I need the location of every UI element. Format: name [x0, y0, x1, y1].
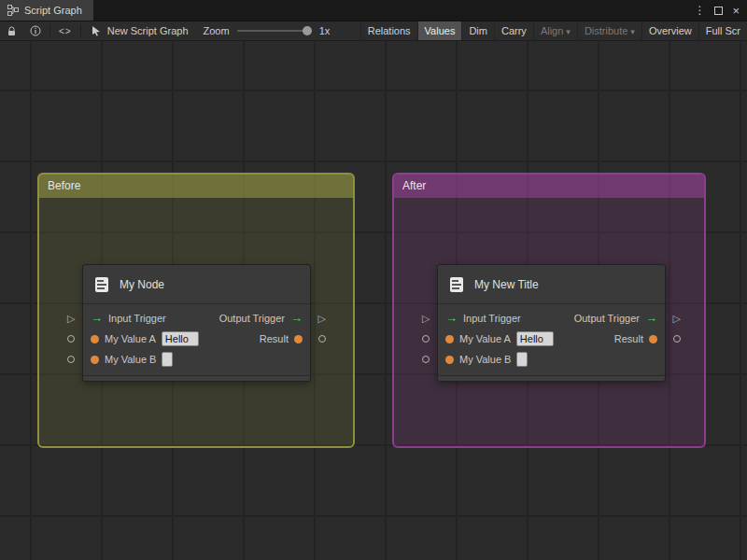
overview-button[interactable]: Overview [641, 21, 698, 40]
info-button[interactable] [23, 21, 48, 40]
value-b-port[interactable] [67, 356, 75, 363]
node-icon [92, 275, 111, 294]
value-a-label: My Value A [459, 333, 511, 344]
trigger-in-icon[interactable]: → [91, 313, 103, 324]
value-b-label: My Value B [459, 354, 511, 365]
code-view-button[interactable]: <> [52, 21, 78, 40]
group-before-header[interactable]: Before [39, 175, 353, 198]
relations-button[interactable]: Relations [360, 21, 417, 40]
trigger-row: → Input Trigger Output Trigger → [438, 308, 665, 329]
window-menu-icon[interactable]: ⋮ [694, 4, 705, 17]
toolbar-separator [80, 24, 81, 37]
zoom-slider-knob[interactable] [303, 26, 312, 35]
zoom-slider[interactable] [237, 21, 312, 41]
node-header[interactable]: My Node [83, 265, 310, 304]
group-after-header[interactable]: After [394, 175, 704, 198]
value-a-port[interactable] [422, 335, 430, 343]
graph-pointer-icon [91, 25, 102, 36]
value-b-input[interactable] [516, 352, 528, 367]
node-body-container[interactable]: My Node → Input Trigger Output Trigger → [82, 264, 311, 382]
node-my-new-title[interactable]: ▷ ▷ My New Title → [437, 264, 666, 382]
carry-button[interactable]: Carry [494, 21, 533, 40]
node-title: My Node [120, 278, 164, 291]
value-a-dot-icon[interactable] [91, 335, 99, 343]
info-icon [30, 25, 41, 36]
input-trigger-label: Input Trigger [108, 313, 166, 324]
zoom-control: Zoom 1x [196, 21, 338, 40]
tab-script-graph[interactable]: Script Graph [0, 0, 93, 21]
value-a-row: My Value A Result [438, 329, 665, 349]
input-trigger-label: Input Trigger [463, 313, 521, 324]
result-dot-icon[interactable] [649, 335, 657, 343]
value-b-dot-icon[interactable] [445, 356, 454, 364]
input-trigger-port[interactable]: ▷ [67, 313, 75, 324]
value-a-input[interactable] [162, 331, 199, 346]
distribute-button: Distribute ▾ [577, 21, 641, 40]
close-icon[interactable]: × [732, 4, 740, 18]
chevron-down-icon: ▾ [630, 27, 635, 36]
output-trigger-label: Output Trigger [574, 313, 640, 324]
chevron-down-icon: ▾ [566, 27, 571, 36]
zoom-slider-track[interactable] [237, 30, 312, 32]
value-a-dot-icon[interactable] [445, 335, 454, 343]
node-body-container[interactable]: My New Title → Input Trigger Output Trig… [437, 264, 666, 382]
node-header[interactable]: My New Title [438, 265, 665, 304]
group-after-label: After [402, 179, 426, 192]
trigger-out-icon[interactable]: → [645, 313, 657, 324]
value-b-row: My Value B [438, 349, 665, 370]
window-controls: ⋮ × [694, 0, 747, 21]
value-b-port[interactable] [422, 356, 430, 363]
toolbar-separator [49, 24, 50, 37]
tab-label: Script Graph [24, 5, 82, 16]
maximize-icon[interactable] [714, 7, 723, 15]
graph-canvas[interactable]: Before After ▷ ▷ My Node [0, 41, 747, 560]
value-b-label: My Value B [105, 354, 156, 365]
values-button[interactable]: Values [417, 21, 462, 40]
dim-button[interactable]: Dim [461, 21, 494, 40]
value-b-input[interactable] [162, 352, 173, 367]
graph-name: New Script Graph [83, 21, 196, 40]
node-footer [83, 375, 310, 381]
value-b-dot-icon[interactable] [91, 356, 99, 364]
output-trigger-port[interactable]: ▷ [673, 313, 681, 324]
output-trigger-label: Output Trigger [219, 313, 285, 324]
node-title: My New Title [474, 278, 539, 291]
node-my-node[interactable]: ▷ ▷ My Node → [82, 264, 311, 382]
lock-button[interactable] [0, 21, 23, 40]
graph-name-label: New Script Graph [107, 25, 189, 36]
result-label: Result [260, 333, 289, 344]
toolbar-buttons: Relations Values Dim Carry Align ▾ Distr… [360, 21, 747, 40]
result-port[interactable] [673, 335, 681, 343]
script-graph-icon [7, 5, 19, 16]
input-trigger-port[interactable]: ▷ [422, 313, 430, 324]
value-b-row: My Value B [83, 349, 310, 370]
trigger-out-icon[interactable]: → [290, 313, 303, 324]
result-dot-icon[interactable] [294, 335, 303, 343]
value-a-port[interactable] [67, 335, 75, 343]
code-icon: <> [59, 26, 72, 36]
window-tab-bar: Script Graph ⋮ × [0, 0, 747, 21]
result-port[interactable] [318, 335, 326, 343]
value-a-row: My Value A Result [83, 329, 310, 349]
result-label: Result [614, 333, 643, 344]
zoom-label: Zoom [204, 25, 230, 36]
node-icon [447, 275, 466, 294]
lock-icon [7, 26, 17, 36]
value-a-input[interactable] [516, 331, 554, 346]
node-ports: → Input Trigger Output Trigger → My Valu… [438, 304, 665, 373]
node-footer [438, 375, 665, 381]
align-button: Align ▾ [533, 21, 577, 40]
graph-toolbar: <> New Script Graph Zoom 1x Relations Va… [0, 21, 747, 41]
output-trigger-port[interactable]: ▷ [318, 313, 326, 324]
group-before-label: Before [48, 179, 80, 192]
trigger-in-icon[interactable]: → [445, 313, 458, 324]
zoom-value: 1x [319, 25, 331, 36]
node-ports: → Input Trigger Output Trigger → My Valu… [83, 304, 310, 373]
fullscreen-button[interactable]: Full Scr [698, 21, 747, 40]
value-a-label: My Value A [105, 333, 156, 344]
trigger-row: → Input Trigger Output Trigger → [83, 308, 310, 329]
